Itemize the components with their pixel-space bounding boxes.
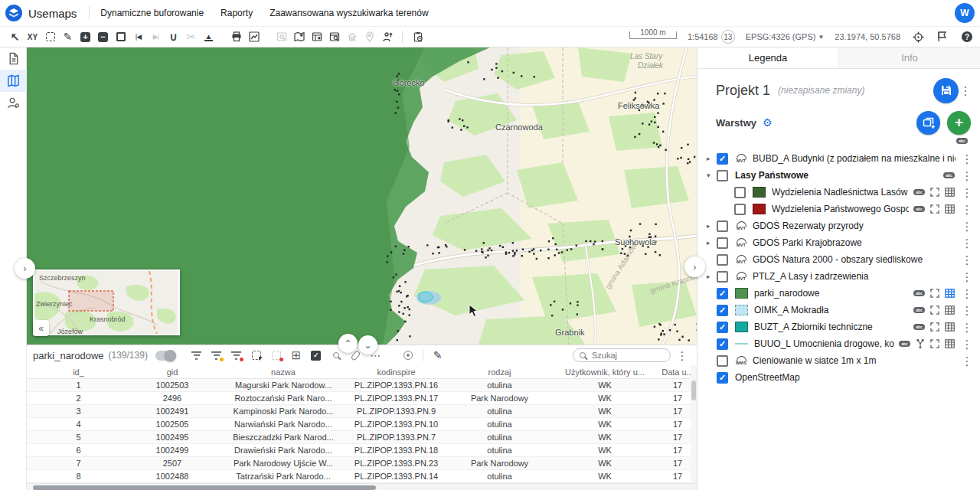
horizontal-scroll-thumb[interactable] [33, 485, 376, 490]
table-marker-tool[interactable] [309, 28, 325, 45]
layer-checkbox[interactable] [734, 204, 746, 215]
attribute-table-icon[interactable] [945, 322, 955, 332]
attribute-table-icon[interactable] [945, 339, 955, 348]
join-lines-icon[interactable] [916, 339, 925, 348]
previous-view-tool[interactable]: |◀ [130, 28, 147, 45]
zoom-to-layer-icon[interactable] [930, 322, 939, 332]
layer-row[interactable]: ✓OpenStreetMap [697, 369, 980, 386]
layer-row[interactable]: ✓BUZT_A Zbiorniki techniczneabc⋮ [697, 318, 980, 335]
layer-checkbox[interactable] [717, 271, 728, 283]
labels-toggle-icon[interactable]: abc [913, 324, 925, 330]
layer-row[interactable]: ▸✓MVTBUBD_A Budynki (z podziałem na mies… [697, 150, 980, 167]
zoom-out-tool[interactable]: − [95, 28, 112, 45]
layer-menu-icon[interactable]: ⋮ [960, 187, 974, 198]
attribute-table-icon[interactable] [945, 204, 955, 214]
column-header[interactable]: gid [130, 368, 214, 377]
labels-toggle-icon[interactable]: abc [943, 172, 955, 178]
vertical-scroll-thumb[interactable] [691, 381, 696, 400]
deselect-area-icon[interactable] [266, 348, 286, 363]
layer-menu-icon[interactable]: ⋮ [960, 170, 974, 181]
xy-coordinates-tool[interactable]: XY [24, 28, 41, 45]
column-header[interactable]: nazwa [214, 368, 352, 377]
attribute-table-icon[interactable] [945, 305, 955, 315]
labels-toggle-icon[interactable]: abc [899, 341, 910, 347]
layer-menu-icon[interactable]: ⋮ [960, 355, 974, 367]
column-header[interactable]: kodinspire [352, 368, 440, 377]
table-search-input[interactable] [590, 350, 659, 361]
expand-arrow-icon[interactable]: ▸ [707, 239, 717, 247]
layer-row[interactable]: MVTGDOŚ Natura 2000 - obszary siedliskow… [697, 251, 980, 268]
user-avatar[interactable]: W [955, 3, 975, 23]
filter-icon[interactable] [187, 348, 207, 363]
tab-info[interactable]: Info [838, 47, 980, 68]
layer-row[interactable]: ▸MVTGDOŚ Parki Krajobrazowe⋮ [697, 234, 980, 251]
table-menu-icon[interactable]: ⋮ [675, 350, 689, 361]
layer-menu-icon[interactable]: ⋮ [960, 237, 974, 249]
save-project-button[interactable] [933, 78, 959, 103]
table-row[interactable]: 31002491Kampinoski Park Narodo...PL.ZIPO… [27, 405, 697, 418]
layer-row[interactable]: WMSCieniowanie w siatce 1m x 1m⋮ [697, 352, 980, 369]
layer-row[interactable]: ✓BUUO_L Umocnienia drogowe, kolejowe ...… [697, 335, 980, 352]
layer-checkbox[interactable] [717, 254, 728, 266]
zoom-to-layer-icon[interactable] [930, 339, 939, 348]
layer-row[interactable]: ▸MVTPTLZ_A Lasy i zadrzewienia⋮ [697, 268, 980, 285]
task-history-tool[interactable] [410, 28, 426, 45]
layer-checkbox[interactable]: ✓ [717, 153, 728, 165]
attribute-table-icon[interactable] [945, 188, 955, 197]
column-header[interactable]: id_ [27, 368, 130, 377]
layer-menu-icon[interactable]: ⋮ [960, 322, 974, 333]
table-vertical-scrollbar[interactable] [691, 365, 697, 484]
print-tool[interactable] [228, 28, 245, 45]
expand-arrow-icon[interactable]: ▸ [707, 155, 717, 162]
layer-menu-icon[interactable]: ⋮ [960, 204, 974, 215]
map-annotations-tool[interactable] [291, 28, 308, 45]
sidebar-item-users[interactable] [0, 92, 27, 114]
scale-ratio[interactable]: 1:54168 13 [688, 30, 735, 44]
layer-row[interactable]: ✓parki_narodoweabc⋮ [697, 285, 980, 302]
table-search-box[interactable] [573, 348, 671, 362]
layer-row[interactable]: Wydzielenia Państwowego Gospodarstw...ab… [697, 201, 980, 217]
table-row[interactable]: 11002503Magurski Park Narodow...PL.ZIPOP… [27, 379, 697, 392]
labels-toggle-icon[interactable]: abc [956, 138, 968, 144]
layer-checkbox[interactable]: ✓ [717, 305, 728, 316]
layer-menu-icon[interactable]: ⋮ [960, 271, 974, 283]
left-panel-expander[interactable]: › [15, 258, 35, 279]
right-panel-expander[interactable]: › [684, 256, 705, 277]
chart-tool[interactable] [246, 28, 263, 45]
expand-arrow-icon[interactable]: ▸ [707, 273, 717, 280]
layer-checkbox[interactable] [717, 355, 728, 367]
expand-arrow-icon[interactable]: ▸ [707, 222, 717, 230]
menu-item-3[interactable]: Zaawansowana wyszukiwarka terenów [270, 8, 428, 18]
table-row[interactable]: 41002505Narwiański Park Narodo...PL.ZIPO… [27, 418, 697, 431]
center-target-icon[interactable] [911, 30, 925, 44]
expand-table-button[interactable]: ⌃ [338, 334, 358, 353]
zoom-to-layer-icon[interactable] [930, 188, 939, 197]
table-row[interactable]: 81002488Tatrzański Park Narodo...PL.ZIPO… [27, 470, 697, 483]
table-row[interactable]: 51002495Bieszczadzki Park Narod...PL.ZIP… [27, 431, 697, 444]
labels-toggle-icon[interactable]: abc [913, 189, 925, 195]
layer-menu-icon[interactable]: ⋮ [960, 288, 974, 299]
rectangle-select-tool[interactable] [42, 28, 59, 45]
layer-menu-icon[interactable]: ⋮ [960, 338, 974, 350]
layer-menu-icon[interactable]: ⋮ [960, 254, 974, 266]
project-menu-icon[interactable]: ⋮ [959, 85, 972, 96]
layer-checkbox[interactable]: ✓ [717, 288, 728, 299]
attribute-table-icon[interactable] [945, 289, 955, 298]
column-header[interactable]: rodzaj [440, 368, 559, 377]
layers-settings-gear-icon[interactable]: ⚙ [763, 116, 773, 129]
add-layer-button[interactable] [916, 111, 940, 135]
table-filter-toggle[interactable] [155, 351, 176, 361]
labels-toggle-icon[interactable]: abc [913, 307, 925, 313]
sidebar-item-documents[interactable] [0, 47, 27, 70]
layer-checkbox[interactable]: ✓ [717, 372, 728, 384]
create-layer-button[interactable]: + [947, 111, 971, 135]
layer-menu-icon[interactable]: ⋮ [960, 220, 974, 232]
layer-checkbox[interactable]: ✓ [717, 338, 728, 350]
full-extent-tool[interactable] [113, 28, 129, 45]
measure-cone-tool[interactable]: ▲ [201, 28, 217, 45]
layer-row[interactable]: Wydzielenia Nadleśnictwa Lasów Państw...… [697, 184, 980, 201]
usemaps-logo-icon[interactable] [5, 5, 22, 21]
column-header[interactable]: Użytkownik, który u... [559, 368, 651, 377]
overview-map[interactable]: SzczebrzeszynZwierzyniecKrasnobródJózefó… [33, 270, 180, 335]
tab-legenda[interactable]: Legenda [697, 47, 838, 68]
